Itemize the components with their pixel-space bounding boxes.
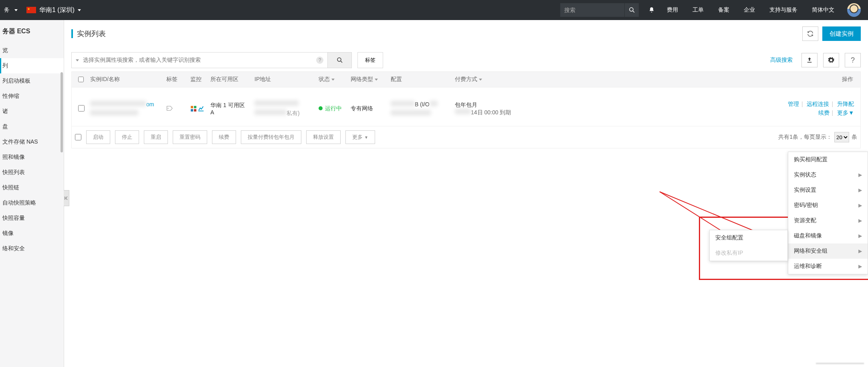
th-status[interactable]: 状态 [315, 76, 347, 83]
sidebar-item-snapshot-chain[interactable]: 快照链 [0, 180, 64, 195]
watermark: ▬▬▬▬▬▬▬▬▬▬ [816, 360, 864, 365]
action-renew[interactable]: 续费 [818, 109, 830, 116]
more-network-security[interactable]: 网络和安全组▶ [788, 243, 868, 259]
export-button[interactable] [801, 53, 818, 67]
sidebar-item-snapshot-capacity[interactable]: 快照容量 [0, 211, 64, 226]
cell-monitor[interactable] [187, 105, 207, 112]
more-resource-change[interactable]: 资源变配▶ [788, 213, 868, 228]
svg-rect-9 [194, 109, 196, 112]
sidebar-item-instances[interactable]: 列 [0, 58, 64, 73]
status-dot-icon [319, 106, 323, 110]
action-more[interactable]: 更多▼ [837, 109, 854, 116]
china-flag-icon [26, 7, 36, 13]
th-id: 实例ID/名称 [87, 76, 163, 83]
attribute-search-button[interactable] [328, 52, 352, 68]
th-nettype[interactable]: 网络类型 [347, 76, 388, 83]
sidebar-item-clouddisk[interactable]: 盘 [0, 119, 64, 134]
sidebar-item-nas[interactable]: 文件存储 NAS [0, 134, 64, 150]
action-manage[interactable]: 管理 [788, 101, 799, 107]
select-all-checkbox[interactable] [78, 76, 84, 83]
sidebar-item-snapshot-list[interactable]: 快照列表 [0, 165, 64, 180]
topnav-enterprise[interactable]: 企业 [737, 0, 762, 20]
help-button[interactable]: ? [845, 53, 861, 67]
sidebar-item-auto-snapshot-policy[interactable]: 自动快照策略 [0, 195, 64, 211]
top-search-input[interactable] [560, 3, 624, 17]
top-search-button[interactable] [624, 3, 639, 17]
sidebar-item-snapshot-image[interactable]: 照和镜像 [0, 150, 64, 165]
th-tag: 标签 [163, 76, 187, 83]
table-header: 实例ID/名称 标签 监控 所在可用区 IP地址 状态 网络类型 配置 付费方式… [71, 71, 861, 87]
user-avatar[interactable] [847, 3, 861, 17]
attribute-search-placeholder: 选择实例属性项搜索，或者输入关键字识别搜索 [83, 57, 316, 64]
th-paytype[interactable]: 付费方式 [452, 76, 524, 83]
more-password-key[interactable]: 密码/密钥▶ [788, 198, 868, 213]
caret-down-icon [331, 79, 335, 81]
topnav-beian[interactable]: 备案 [711, 0, 737, 20]
svg-rect-7 [194, 106, 196, 108]
scrollbar-thumb[interactable] [61, 72, 63, 152]
caret-down-icon [375, 79, 378, 81]
advanced-search-link[interactable]: 高级搜索 [770, 57, 793, 64]
cell-paytype: 包年包月 14日 00:00 到期 [452, 101, 524, 116]
svg-rect-6 [191, 106, 193, 108]
more-ops-diag[interactable]: 运维和诊断▶ [788, 259, 868, 274]
more-instance-settings[interactable]: 实例设置▶ [788, 182, 868, 198]
chevron-right-icon: ▶ [858, 264, 862, 269]
submenu-security-group[interactable]: 安全组配置 [710, 230, 787, 245]
more-instance-status[interactable]: 实例状态▶ [788, 167, 868, 182]
top-search [560, 3, 639, 17]
topnav-support[interactable]: 支持与服务 [762, 0, 805, 20]
network-security-submenu: 安全组配置 修改私有IP [709, 230, 788, 261]
sidebar-item-autoscaling[interactable]: 性伸缩 [0, 89, 64, 104]
batch-start-button[interactable]: 启动 [86, 130, 110, 144]
action-scale[interactable]: 升降配 [837, 101, 854, 107]
chevron-right-icon: ▶ [858, 248, 862, 254]
caret-down-icon [479, 79, 482, 81]
cell-tag[interactable] [163, 105, 187, 112]
more-disk-image[interactable]: 磁盘和镜像▶ [788, 228, 868, 243]
topnav-ticket[interactable]: 工单 [685, 0, 711, 20]
refresh-button[interactable] [802, 26, 818, 41]
settings-button[interactable] [823, 53, 839, 67]
batch-stop-button[interactable]: 停止 [115, 130, 139, 144]
topnav-lang[interactable]: 简体中文 [805, 0, 842, 20]
refresh-icon [807, 30, 814, 37]
chevron-right-icon: ▶ [858, 172, 862, 178]
tag-filter-button[interactable]: 标签 [357, 52, 383, 68]
pager-total: 共有1条，每页显示： [778, 134, 832, 141]
action-remote[interactable]: 远程连接 [807, 101, 829, 107]
notifications-button[interactable] [644, 6, 660, 14]
topbar: 务 华南1 (深圳) 费用 工单 备案 企业 支持与服务 简体中文 [0, 0, 868, 20]
help-icon[interactable]: ? [316, 57, 323, 64]
batch-release-button[interactable]: 释放设置 [306, 130, 341, 144]
chevron-right-icon: ▶ [858, 233, 862, 239]
more-buy-same[interactable]: 购买相同配置 [788, 152, 868, 167]
svg-point-0 [630, 8, 633, 11]
batch-select-checkbox[interactable] [75, 134, 81, 140]
batch-restart-button[interactable]: 重启 [144, 130, 168, 144]
pager-select[interactable]: 20 [834, 132, 849, 142]
submenu-modify-private-ip: 修改私有IP [710, 245, 787, 261]
batch-renew-button[interactable]: 续费 [212, 130, 236, 144]
region-selector[interactable]: 华南1 (深圳) [21, 0, 87, 20]
pager-unit: 条 [852, 134, 857, 141]
cell-config: B (I/O [388, 101, 452, 117]
topnav-fees[interactable]: 费用 [660, 0, 685, 20]
batch-convert-button[interactable]: 按量付费转包年包月 [241, 130, 301, 144]
sidebar-item-overview[interactable]: 览 [0, 43, 64, 58]
service-menu-suffix[interactable]: 务 [4, 6, 10, 14]
attribute-search[interactable]: 选择实例属性项搜索，或者输入关键字识别搜索 ? [71, 52, 328, 68]
row-checkbox[interactable] [78, 105, 85, 112]
sidebar-item-launch-template[interactable]: 列启动模板 [0, 73, 64, 89]
cell-actions: 管理| 远程连接| 升降配 续费| 更多▼ [785, 101, 857, 117]
more-menu: 购买相同配置 实例状态▶ 实例设置▶ 密码/密钥▶ 资源变配▶ 磁盘和镜像▶ 网… [788, 152, 868, 274]
sidebar-item-storage[interactable]: 诸 [0, 104, 64, 119]
sidebar-item-image[interactable]: 镜像 [0, 226, 64, 241]
th-monitor: 监控 [187, 76, 207, 83]
sidebar-item-net-security[interactable]: 络和安全 [0, 241, 64, 256]
batch-resetpw-button[interactable]: 重置密码 [173, 130, 207, 144]
create-instance-button[interactable]: 创建实例 [822, 26, 861, 41]
plugin-icon [190, 105, 196, 112]
th-ops: 操作 [839, 76, 857, 83]
batch-more-button[interactable]: 更多 [345, 130, 375, 144]
